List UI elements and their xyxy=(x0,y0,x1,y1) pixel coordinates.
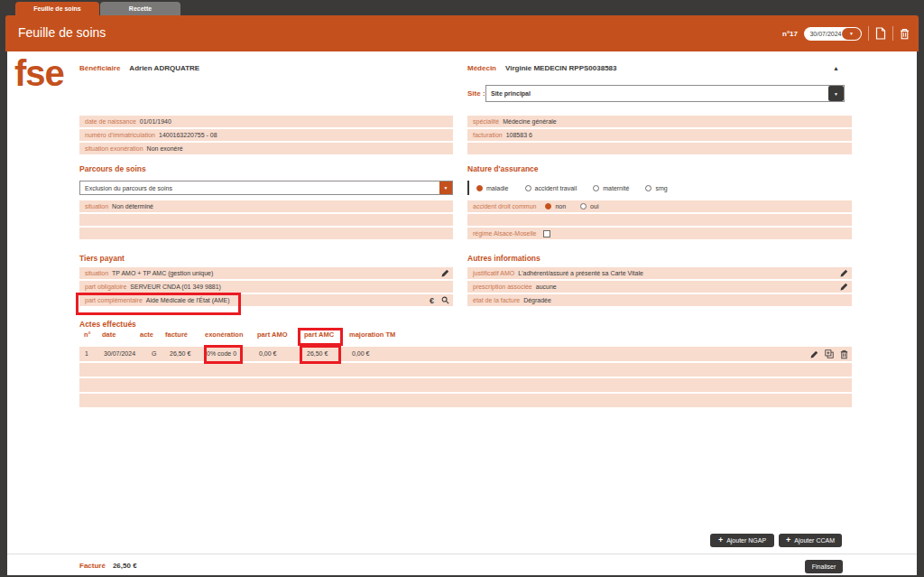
col-header-num: n° xyxy=(84,330,91,339)
field-value: L'adhérent/assuré a présenté sa Carte Vi… xyxy=(518,270,643,276)
field-label: accident droit commun xyxy=(473,203,536,209)
medecin-line: Médecin Virginie MEDECIN RPPS0038583 xyxy=(467,64,616,72)
col-header-acte: acte xyxy=(140,330,153,339)
field-label: part complémentaire xyxy=(85,297,143,303)
cell-num: 1 xyxy=(85,350,88,357)
field-row-tp-situation: situation TP AMO + TP AMC (gestion uniqu… xyxy=(79,267,453,279)
search-icon[interactable] xyxy=(441,296,449,304)
radio-icon xyxy=(525,185,531,191)
radio-oui[interactable]: oui xyxy=(580,203,598,209)
duplicate-icon[interactable] xyxy=(825,349,834,358)
fse-logo: fse xyxy=(14,53,64,94)
assurance-title: Nature d'assurance xyxy=(467,164,539,173)
radio-icon xyxy=(593,185,599,191)
page-title: Feuille de soins xyxy=(18,25,106,40)
tab-feuille-de-soins[interactable]: Feuille de soins xyxy=(15,2,99,15)
title-bar: Feuille de soins n°17 30/07/2024 ▼ xyxy=(5,15,919,51)
cell-part-amo: 0,00 € xyxy=(259,350,276,357)
header-actions: n°17 30/07/2024 ▼ xyxy=(782,15,910,51)
trash-icon[interactable] xyxy=(900,28,910,40)
add-ccam-button[interactable]: + Ajouter CCAM xyxy=(779,534,842,547)
collapse-chevron-up-icon[interactable]: ▲ xyxy=(833,65,839,71)
content-panel: fse Bénéficiaire Adrien ADRQUATRE Médeci… xyxy=(7,51,917,575)
site-select[interactable]: Site principal ▼ xyxy=(485,85,845,102)
tiers-payant-title: Tiers payant xyxy=(79,254,125,263)
radio-accident-travail[interactable]: accident travail xyxy=(525,185,578,191)
facture-label: Facturé xyxy=(79,562,106,570)
trash-icon[interactable] xyxy=(840,349,848,359)
chevron-down-icon[interactable]: ▼ xyxy=(828,86,844,101)
radio-label: maternité xyxy=(603,185,629,191)
field-label: justificatif AMO xyxy=(473,270,514,276)
footer-divider xyxy=(7,554,917,554)
field-row-empty xyxy=(79,214,453,226)
plus-icon: + xyxy=(786,536,790,544)
col-header-facture: facturé xyxy=(165,330,188,339)
field-value: Dégradée xyxy=(523,297,551,303)
new-document-icon[interactable] xyxy=(875,27,886,40)
field-value: Non déterminé xyxy=(112,203,153,209)
field-value: TP AMO + TP AMC (gestion unique) xyxy=(112,270,213,276)
radio-label: non xyxy=(555,203,566,209)
field-label: date de naissance xyxy=(85,118,136,125)
parcours-value: Exclusion du parcours de soins xyxy=(80,185,439,191)
col-header-majoration-tm: majoration TM xyxy=(349,330,395,339)
cell-majoration: 0,00 € xyxy=(352,350,369,357)
field-row-empty xyxy=(467,214,852,226)
field-row-facturation: facturation 108583 6 xyxy=(467,129,852,141)
field-label: spécialité xyxy=(473,118,499,125)
radio-maladie[interactable]: maladie xyxy=(476,185,509,191)
acte-table-row-empty xyxy=(79,394,852,407)
separator xyxy=(868,26,869,41)
field-value: Médecine générale xyxy=(503,118,557,125)
parcours-title: Parcours de soins xyxy=(79,164,146,173)
tab-recette[interactable]: Recette xyxy=(100,2,180,15)
chevron-down-icon[interactable]: ▼ xyxy=(842,28,861,40)
finaliser-button[interactable]: Finaliser xyxy=(805,560,843,573)
add-ngap-button[interactable]: + Ajouter NGAP xyxy=(710,534,774,547)
field-row-empty xyxy=(79,228,453,239)
field-value: aucune xyxy=(536,284,557,290)
radio-label: oui xyxy=(590,203,598,209)
field-value: Aide Médicale de l'État (AME) xyxy=(146,297,230,303)
field-label: facturation xyxy=(473,132,503,138)
field-value: 1400163220755 - 08 xyxy=(159,132,217,138)
field-label: situation exonération xyxy=(85,145,143,152)
radio-selected-icon xyxy=(476,185,483,191)
field-label: numéro d'immatriculation xyxy=(85,132,155,138)
radio-selected-icon xyxy=(545,203,551,209)
col-header-part-amo: part AMO xyxy=(257,330,287,339)
sheet-number: n°17 xyxy=(782,30,798,38)
cell-acte: G xyxy=(152,350,156,357)
add-ccam-label: Ajouter CCAM xyxy=(794,537,835,544)
field-value: 108583 6 xyxy=(506,132,532,138)
pencil-icon[interactable] xyxy=(441,269,449,277)
col-header-part-amc: part AMC xyxy=(304,330,334,339)
acte-table-row-empty xyxy=(79,363,852,377)
field-value: Non exonéré xyxy=(147,145,183,152)
radio-icon xyxy=(645,185,651,191)
radio-maternite[interactable]: maternité xyxy=(593,185,629,191)
pencil-icon[interactable] xyxy=(840,283,848,291)
field-label: part obligatoire xyxy=(85,284,126,290)
pencil-icon[interactable] xyxy=(840,269,848,277)
radio-non[interactable]: non xyxy=(545,203,566,209)
pencil-icon[interactable] xyxy=(810,350,818,358)
actes-title: Actes effectués xyxy=(79,320,136,329)
field-label: régime Alsace-Moselle xyxy=(473,230,536,237)
field-row-prescription: prescription associée aucune xyxy=(467,281,852,293)
site-label: Site : xyxy=(467,89,485,98)
euro-icon[interactable]: € xyxy=(430,296,434,305)
chevron-down-icon[interactable]: ▼ xyxy=(439,181,452,194)
app-window: Feuille de soins Recette Feuille de soin… xyxy=(0,0,924,577)
field-row-justificatif-amo: justificatif AMO L'adhérent/assuré a pré… xyxy=(467,267,852,279)
field-label: état de la facture xyxy=(473,297,520,303)
regime-checkbox[interactable] xyxy=(543,230,550,237)
field-row-situation-parcours: situation Non déterminé xyxy=(79,200,453,212)
radio-label: maladie xyxy=(486,185,509,191)
date-picker[interactable]: 30/07/2024 ▼ xyxy=(804,27,862,41)
field-row-date-naissance: date de naissance 01/01/1940 xyxy=(79,116,453,127)
beneficiaire-line: Bénéficiaire Adrien ADRQUATRE xyxy=(79,64,199,72)
parcours-select[interactable]: Exclusion du parcours de soins ▼ xyxy=(79,181,453,195)
radio-smg[interactable]: smg xyxy=(645,185,667,191)
